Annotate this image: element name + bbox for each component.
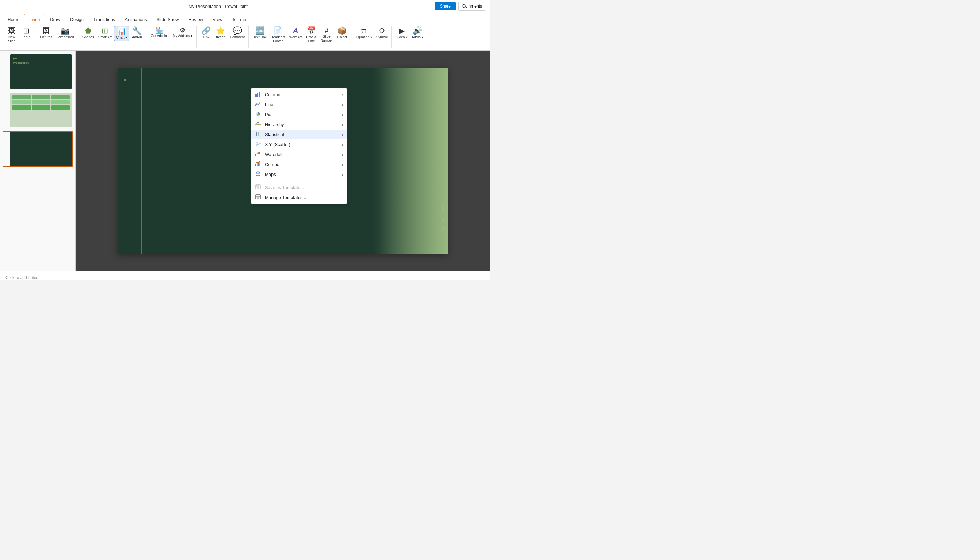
shapes-button[interactable]: ⬟ Shapes <box>81 26 96 40</box>
canvas-area[interactable]: › ›› Column › Line › <box>76 51 490 271</box>
table-icon: ⊞ <box>23 27 29 35</box>
pictures-label: Pictures <box>40 35 52 39</box>
line-label: Line <box>265 102 273 107</box>
comments-button[interactable]: Comments <box>458 2 486 11</box>
textbox-button[interactable]: 🔤 Text Box <box>252 26 268 40</box>
svg-rect-2 <box>259 92 260 97</box>
tab-view[interactable]: View <box>208 14 227 25</box>
hierarchy-arrow-icon: › <box>342 123 343 127</box>
object-label: Object <box>337 35 347 39</box>
get-addins-button[interactable]: 🏪 Get Add-ins <box>149 26 170 39</box>
chart-menu-item-waterfall[interactable]: Waterfall › <box>251 150 347 159</box>
chart-menu-item-xyscatter[interactable]: X Y (Scatter) › <box>251 140 347 150</box>
chart-menu-item-manage-templates[interactable]: Manage Templates... <box>251 192 347 202</box>
header-footer-button[interactable]: 📄 Header &Footer <box>269 26 287 44</box>
addins-group-items: 🏪 Get Add-ins ⚙ My Add-ins ▾ <box>149 26 194 39</box>
slide-thumb-3[interactable]: 3 <box>3 131 73 167</box>
chart-menu-item-column[interactable]: Column › <box>251 90 347 100</box>
table-label: Table <box>22 35 30 39</box>
svg-rect-14 <box>258 132 259 135</box>
date-time-label: Date &Time <box>306 35 317 43</box>
wordart-icon: A <box>293 27 298 35</box>
svg-point-21 <box>258 144 259 145</box>
link-icon: 🔗 <box>202 27 211 35</box>
svg-rect-4 <box>257 122 260 123</box>
my-addins-label: My Add-ins ▾ <box>173 34 192 38</box>
manage-templates-label: Manage Templates... <box>265 195 306 200</box>
tab-transitions[interactable]: Transitions <box>88 14 120 25</box>
addin-button[interactable]: 🔧 Add-in <box>130 26 143 40</box>
svg-rect-1 <box>257 93 258 97</box>
comment-ribbon-button[interactable]: 💬 Comment <box>228 26 247 40</box>
get-addins-label: Get Add-ins <box>150 34 168 38</box>
pictures-button[interactable]: 🖼 Pictures <box>38 26 54 40</box>
textbox-label: Text Box <box>253 35 266 39</box>
equation-label: Equation ▾ <box>356 35 372 39</box>
tab-review[interactable]: Review <box>183 14 208 25</box>
symbols-group: π Equation ▾ Ω Symbol <box>352 26 392 48</box>
tab-home[interactable]: Home <box>3 14 24 25</box>
chart-menu-item-statistical[interactable]: Statistical › <box>251 130 347 140</box>
app-title: My Presentation - PowerPoint <box>4 4 432 9</box>
slide-right-gradient <box>372 68 448 254</box>
new-slide-button[interactable]: 🖼 NewSlide <box>5 26 18 44</box>
slide-2-thumbnail <box>10 93 72 128</box>
ribbon-content: 🖼 NewSlide ⊞ Table 🖼 Pictures 📷 Screensh… <box>0 25 490 50</box>
grid-cell <box>32 95 50 99</box>
text-group: 🔤 Text Box 📄 Header &Footer A WordArt 📅 … <box>250 26 351 48</box>
tab-animations[interactable]: Animations <box>120 14 152 25</box>
tab-slideshow[interactable]: Slide Show <box>152 14 183 25</box>
wordart-button[interactable]: A WordArt <box>288 26 304 40</box>
share-button[interactable]: Share <box>435 2 456 10</box>
table-button[interactable]: ⊞ Table <box>19 26 33 40</box>
grid-cell <box>32 105 50 110</box>
audio-button[interactable]: 🔊 Audio ▾ <box>410 26 425 40</box>
date-time-button[interactable]: 📅 Date &Time <box>304 26 318 44</box>
equation-button[interactable]: π Equation ▾ <box>354 26 373 40</box>
slide-thumb-2[interactable]: 2 <box>3 92 73 128</box>
chart-button[interactable]: 📊 Chart ▾ <box>114 26 129 41</box>
svg-rect-30 <box>257 163 258 166</box>
chart-menu-item-hierarchy[interactable]: Hierarchy › <box>251 120 347 130</box>
illustrations-group-items: ⬟ Shapes ⊞ SmartArt 📊 Chart ▾ 🔧 Add-in <box>81 26 144 41</box>
chart-menu-item-combo[interactable]: Combo › <box>251 159 347 169</box>
slide-3-thumbnail <box>10 132 72 166</box>
smartart-label: SmartArt <box>98 35 112 39</box>
grid-cell <box>12 105 31 110</box>
chart-menu-item-pie[interactable]: Pie › <box>251 110 347 120</box>
link-button[interactable]: 🔗 Link <box>199 26 213 40</box>
textbox-icon: 🔤 <box>255 27 265 35</box>
statistical-arrow-icon: › <box>342 133 343 137</box>
action-button[interactable]: ⭐ Action <box>214 26 227 40</box>
tab-draw[interactable]: Draw <box>45 14 65 25</box>
ribbon: Home Insert Draw Design Transitions Anim… <box>0 12 490 51</box>
chart-menu-item-maps[interactable]: Maps › <box>251 169 347 179</box>
chart-dropdown-menu: Column › Line › Pie › <box>251 88 347 204</box>
slide-number-button[interactable]: # SlideNumber <box>319 26 335 43</box>
grid-cell <box>12 95 31 99</box>
video-button[interactable]: ▶ Video ▾ <box>395 26 409 40</box>
slide-2-grid <box>10 93 72 112</box>
chart-menu-item-line[interactable]: Line › <box>251 100 347 110</box>
symbol-button[interactable]: Ω Symbol <box>375 26 389 40</box>
new-slide-icon: 🖼 <box>8 27 15 35</box>
notes-bar[interactable]: Click to add notes <box>0 271 490 280</box>
xyscatter-label: X Y (Scatter) <box>265 142 290 147</box>
chart-menu-item-save-template[interactable]: Save as Template... <box>251 182 347 192</box>
screenshot-button[interactable]: 📷 Screenshot <box>55 26 76 40</box>
tab-tellme[interactable]: Tell me <box>227 14 251 25</box>
svg-rect-25 <box>255 154 256 156</box>
grid-cell <box>32 100 50 105</box>
svg-rect-27 <box>258 152 259 153</box>
tab-design[interactable]: Design <box>65 14 88 25</box>
symbol-icon: Ω <box>379 27 385 35</box>
smartart-button[interactable]: ⊞ SmartArt <box>97 26 113 40</box>
slide-thumb-1[interactable]: 1 MyPresentation <box>3 53 73 90</box>
object-button[interactable]: 📦 Object <box>335 26 349 40</box>
waterfall-label: Waterfall <box>265 152 282 157</box>
svg-rect-31 <box>258 163 259 166</box>
tab-insert[interactable]: Insert <box>24 14 45 25</box>
line-arrow-icon: › <box>342 103 343 107</box>
action-label: Action <box>216 35 225 39</box>
my-addins-button[interactable]: ⚙ My Add-ins ▾ <box>171 26 194 39</box>
